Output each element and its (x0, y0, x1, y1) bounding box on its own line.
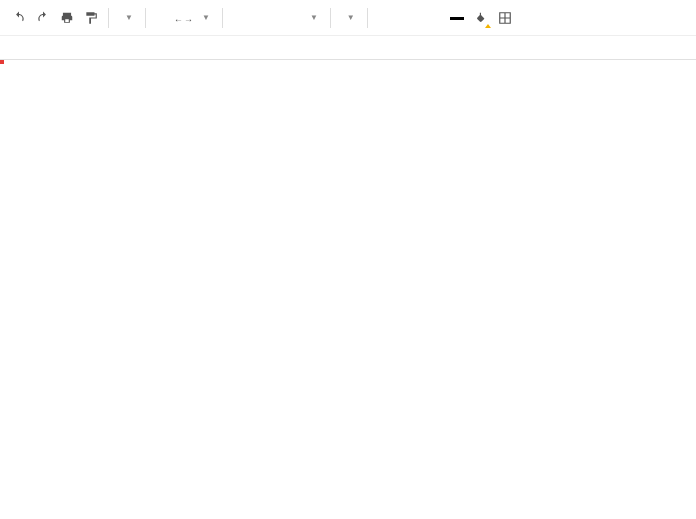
separator (108, 8, 109, 28)
separator (222, 8, 223, 28)
number-format-select[interactable]: ▼ (192, 7, 216, 29)
undo-button[interactable] (8, 7, 30, 29)
highlight-box (0, 60, 4, 64)
zoom-select[interactable]: ▼ (115, 7, 139, 29)
borders-button[interactable] (494, 7, 516, 29)
formula-input[interactable] (36, 36, 696, 59)
font-select[interactable]: ▼ (229, 7, 324, 29)
text-color-button[interactable] (446, 7, 468, 29)
separator (145, 8, 146, 28)
print-button[interactable] (56, 7, 78, 29)
formula-bar (0, 36, 696, 60)
font-size-select[interactable]: ▼ (337, 7, 361, 29)
chevron-down-icon: ▼ (310, 13, 318, 22)
paint-format-button[interactable] (80, 7, 102, 29)
strikethrough-button[interactable] (422, 7, 444, 29)
separator (367, 8, 368, 28)
bold-button[interactable] (374, 7, 396, 29)
separator (330, 8, 331, 28)
toolbar: ▼ ← → ▼ ▼ ▼ (0, 0, 696, 36)
chevron-down-icon: ▼ (125, 13, 133, 22)
chevron-down-icon: ▼ (347, 13, 355, 22)
fill-color-button[interactable] (470, 7, 492, 29)
chevron-down-icon: ▼ (202, 13, 210, 22)
redo-button[interactable] (32, 7, 54, 29)
italic-button[interactable] (398, 7, 420, 29)
